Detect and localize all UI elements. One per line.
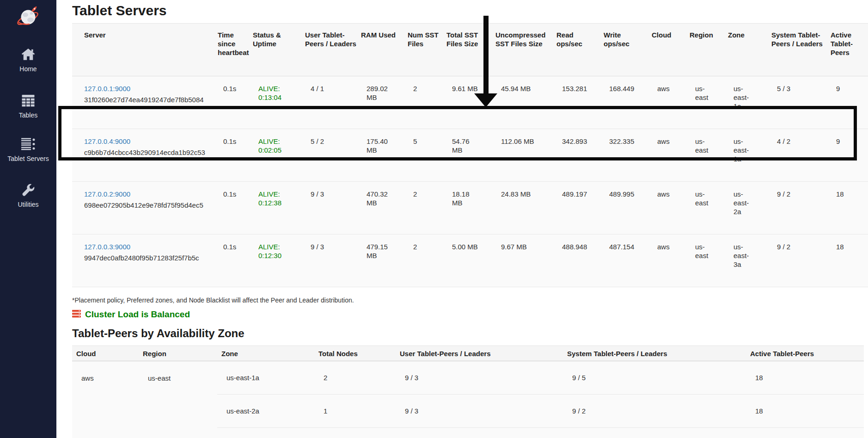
- cell-total-nodes: 1: [314, 395, 396, 428]
- cell-cloud: aws: [652, 129, 690, 182]
- cluster-load-text: Cluster Load is Balanced: [85, 309, 190, 320]
- cell-zone: us-east-1a: [728, 129, 771, 182]
- cell-cloud: aws: [72, 361, 139, 438]
- sidebar: Home Tables Tablet Servers: [0, 0, 56, 438]
- cell-total-sst: 54.76 MB: [446, 129, 495, 182]
- cell-system-peers: 9 / 2: [771, 182, 831, 234]
- cell-read-ops: 488.948: [556, 234, 604, 287]
- cell-zone: us-east-1a: [217, 361, 314, 395]
- cluster-load-status: Cluster Load is Balanced: [72, 309, 868, 320]
- cell-user-peers: 9 / 3: [305, 234, 361, 287]
- table-row-zone-1a: aws us-east us-east-1a 2 9 / 3 9 / 5 18: [72, 361, 864, 395]
- col-header-system-peers: System Tablet-Peers / Leaders: [563, 346, 746, 361]
- cell-active-peers: 18: [831, 182, 868, 234]
- sidebar-item-label: Tables: [0, 111, 56, 119]
- cell-ram: 175.40 MB: [361, 129, 408, 182]
- server-link[interactable]: 127.0.0.4:9000: [84, 137, 130, 145]
- col-header-active-peers: Active Tablet-Peers: [746, 346, 864, 361]
- sidebar-item-label: Home: [0, 65, 56, 73]
- cell-region: us-east: [139, 361, 217, 438]
- cell-active-peers: 18: [746, 428, 864, 438]
- col-header-zone: Zone: [217, 346, 314, 361]
- server-uuid: c9b6b7d4cbcc43b290914ecda1b92c53: [84, 148, 214, 157]
- cell-user-peers: 9 / 3: [396, 361, 563, 395]
- cell-uncompressed-sst: 45.94 MB: [495, 76, 556, 129]
- cell-ram: 479.15 MB: [361, 234, 408, 287]
- cell-ram: 289.02 MB: [361, 76, 408, 129]
- cell-heartbeat: 0.1s: [218, 182, 253, 234]
- col-header-region: Region: [139, 346, 217, 361]
- server-uuid: 698ee072905b412e9e78fd75f95d4ec5: [84, 201, 214, 210]
- tables-icon: [0, 94, 56, 109]
- cell-num-sst: 2: [408, 234, 446, 287]
- cell-total-sst: 5.00 MB: [446, 234, 495, 287]
- cell-system-peers: 9 / 2: [771, 234, 831, 287]
- cell-status: ALIVE:0:13:04: [253, 76, 305, 129]
- server-link[interactable]: 127.0.0.2:9000: [84, 190, 130, 198]
- server-link[interactable]: 127.0.0.1:9000: [84, 85, 130, 93]
- col-header-user-peers: User Tablet-Peers / Leaders: [305, 24, 361, 76]
- cell-user-peers: 4 / 1: [305, 76, 361, 129]
- col-header-user-peers: User Tablet-Peers / Leaders: [396, 346, 563, 361]
- yugabyte-logo-icon[interactable]: [0, 5, 56, 31]
- table-row-server-4-highlighted: 127.0.0.4:9000 c9b6b7d4cbcc43b290914ecda…: [72, 129, 868, 182]
- sidebar-item-utilities[interactable]: Utilities: [0, 183, 56, 208]
- col-header-read-ops: Read ops/sec: [556, 24, 604, 76]
- table-row-server-1: 127.0.0.1:9000 31f0260e27d74ea4919247de7…: [72, 76, 868, 129]
- cell-system-peers: 9 / 2: [563, 428, 746, 438]
- cell-zone: us-east-1a: [728, 76, 771, 129]
- cell-user-peers: 9 / 3: [396, 428, 563, 438]
- cell-active-peers: 18: [746, 395, 864, 428]
- col-header-uncompressed-sst: Uncompressed SST Files Size: [495, 24, 556, 76]
- server-uuid: 31f0260e27d74ea4919247de7f8b5084: [84, 95, 214, 104]
- cell-heartbeat: 0.1s: [218, 234, 253, 287]
- cell-uncompressed-sst: 112.06 MB: [495, 129, 556, 182]
- cell-active-peers: 18: [746, 361, 864, 395]
- cell-cloud: aws: [652, 76, 690, 129]
- col-header-total-sst: Total SST Files Size: [446, 24, 495, 76]
- cell-active-peers: 18: [831, 234, 868, 287]
- col-header-server: Server: [72, 24, 218, 76]
- cell-num-sst: 2: [408, 76, 446, 129]
- cell-system-peers: 4 / 2: [771, 129, 831, 182]
- sidebar-item-home[interactable]: Home: [0, 48, 56, 73]
- cell-active-peers: 9: [831, 129, 868, 182]
- cell-total-nodes: 2: [314, 361, 396, 395]
- cell-region: us-east: [690, 76, 728, 129]
- cell-user-peers: 5 / 2: [305, 129, 361, 182]
- col-header-active-peers: Active Tablet-Peers: [831, 24, 868, 76]
- col-header-status: Status & Uptime: [253, 24, 305, 76]
- cell-system-peers: 9 / 2: [563, 395, 746, 428]
- cell-user-peers: 9 / 3: [305, 182, 361, 234]
- cell-num-sst: 5: [408, 129, 446, 182]
- sidebar-item-tablet-servers[interactable]: Tablet Servers: [0, 137, 56, 162]
- server-uuid: 9947dec0afb2480f95b71283f25f7b5c: [84, 253, 214, 262]
- sidebar-item-label: Tablet Servers: [0, 155, 56, 162]
- cell-zone: us-east-3a: [728, 234, 771, 287]
- col-header-system-peers: System Tablet-Peers / Leaders: [771, 24, 831, 76]
- cell-system-peers: 5 / 3: [771, 76, 831, 129]
- cell-zone: us-east-2a: [728, 182, 771, 234]
- cell-total-nodes: 1: [314, 428, 396, 438]
- cell-total-sst: 18.18 MB: [446, 182, 495, 234]
- col-header-region: Region: [690, 24, 728, 76]
- cell-uncompressed-sst: 9.67 MB: [495, 234, 556, 287]
- placement-policy-footnote: *Placement policy, Preferred zones, and …: [72, 296, 868, 304]
- cell-heartbeat: 0.1s: [218, 129, 253, 182]
- tablet-peers-by-zone-table: Cloud Region Zone Total Nodes User Table…: [72, 345, 864, 438]
- table-row-server-2: 127.0.0.2:9000 698ee072905b412e9e78fd75f…: [72, 182, 868, 234]
- cell-active-peers: 9: [831, 76, 868, 129]
- cell-read-ops: 489.197: [556, 182, 604, 234]
- server-link[interactable]: 127.0.0.3:9000: [84, 243, 130, 251]
- col-header-zone: Zone: [728, 24, 771, 76]
- cell-write-ops: 322.335: [604, 129, 652, 182]
- table-row-server-3: 127.0.0.3:9000 9947dec0afb2480f95b71283f…: [72, 234, 868, 287]
- sidebar-item-label: Utilities: [0, 201, 56, 208]
- main-content: Tablet Servers Server Time since heartbe…: [56, 0, 868, 438]
- cell-zone: us-east-2a: [217, 395, 314, 428]
- cell-system-peers: 9 / 5: [563, 361, 746, 395]
- cell-cloud: aws: [652, 234, 690, 287]
- cell-num-sst: 2: [408, 182, 446, 234]
- sidebar-item-tables[interactable]: Tables: [0, 94, 56, 119]
- col-header-total-nodes: Total Nodes: [314, 346, 396, 361]
